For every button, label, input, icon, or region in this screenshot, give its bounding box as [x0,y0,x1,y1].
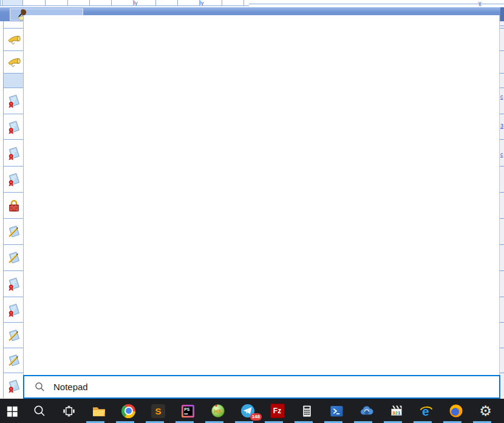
table-row-certificate[interactable] [3,166,24,192]
table-row-empty[interactable] [3,73,24,88]
background-table-icon-column [3,21,24,398]
table-border-line [500,270,504,271]
announcement-icon [7,55,21,69]
table-header-cell [111,0,133,6]
table-header-open-region: y [249,0,504,6]
taskbar-item-powershell[interactable] [322,399,352,423]
truncated-header-link[interactable]: y [478,1,482,6]
table-row-signature[interactable] [3,348,24,373]
chrome-icon [121,404,136,418]
table-row-certificate[interactable] [3,270,24,297]
table-header-cell [67,0,89,6]
table-row-certificate[interactable] [3,373,24,398]
taskbar-item-heidisql[interactable]: HS [203,399,233,423]
taskbar-item-calculator[interactable] [292,399,322,423]
table-border-line [500,322,504,323]
search-box[interactable] [23,375,500,399]
table-row-announcement[interactable] [3,28,24,50]
sublime-icon: S [151,404,166,418]
media-321-icon: 321 [389,404,404,418]
background-table-right-edge: c3c [499,21,504,398]
table-border-line [500,166,504,167]
table-border-line [500,88,504,88]
taskbar-item-media-player-321[interactable]: 321 [381,399,411,423]
table-row-certificate[interactable] [3,139,24,166]
ie-icon: e [419,404,434,418]
table-border-line [249,4,504,4]
table-border-line [500,114,504,114]
table-header-cell [243,0,249,6]
truncated-link[interactable]: c [500,94,503,100]
svg-text:321: 321 [392,410,401,416]
heidisql-icon: HS [211,404,225,418]
table-header-cell [222,0,243,6]
table-border-line [500,50,504,51]
taskbar-item-filezilla[interactable]: Fz [262,399,292,423]
table-row-empty[interactable] [3,21,24,28]
taskbar-item-chrome[interactable] [114,399,143,423]
lock-icon [7,198,21,213]
taskbar: S PS HS 148Fz [0,399,504,423]
taskbar-item-firefox[interactable] [441,399,471,423]
svg-text:e: e [422,404,429,418]
table-row-signature[interactable] [3,322,24,348]
table-border-line [500,28,504,29]
svg-text:HS: HS [214,408,222,414]
search-icon [35,382,45,392]
selected-row-end-cap [500,7,504,21]
signature-icon [7,353,21,368]
table-row-announcement[interactable] [3,50,24,73]
truncated-link[interactable]: 3 [500,123,503,129]
table-header-cell: ly [199,0,222,6]
search-results-panel [23,15,500,375]
table-row-certificate[interactable] [3,88,24,114]
truncated-link[interactable]: c [500,152,503,157]
certificate-icon [7,120,21,134]
taskbar-item-settings[interactable]: ⚙ [471,399,500,423]
taskbar-item-sublime-text[interactable]: S [143,399,173,423]
firefox-icon [449,404,463,418]
table-row-certificate[interactable] [3,114,24,139]
table-border-line [500,192,504,193]
settings-icon: ⚙ [478,404,493,418]
taskbar-item-task-view[interactable] [54,399,84,423]
announcement-icon [7,32,21,47]
taskbar-item-phpstorm[interactable]: PS [173,399,203,423]
table-row-signature[interactable] [3,244,24,270]
table-header-cell: ly [133,0,155,6]
calculator-icon [300,404,315,418]
table-header-cell [45,0,67,6]
table-border-line [500,73,504,74]
taskbar-item-start[interactable] [0,399,24,423]
taskbar-item-search[interactable] [24,399,54,423]
table-header-cell [177,0,199,6]
truncated-header-link[interactable]: ly [200,1,222,6]
cloud-icon [359,404,374,418]
table-border-line [500,297,504,297]
table-row-lock[interactable] [3,192,24,218]
filezilla-icon: Fz [270,404,285,418]
table-header-cell [2,0,22,6]
search-icon [32,404,47,418]
signature-icon [7,224,21,239]
task-view-icon [62,404,77,418]
taskbar-item-telegram[interactable]: 148 [233,399,262,423]
table-header-cell [155,0,177,6]
search-input[interactable] [52,381,499,393]
truncated-header-link[interactable]: ly [134,1,155,6]
taskbar-item-internet-explorer[interactable]: e [411,399,441,423]
svg-text:PS: PS [184,407,189,411]
table-border-line [500,26,504,26]
table-row-signature[interactable] [3,218,24,244]
taskbar-item-cloud-sync[interactable] [352,399,381,423]
certificate-icon [7,94,21,108]
notification-badge: 148 [250,413,262,421]
table-border-line [500,373,504,373]
phpstorm-icon: PS [181,404,196,418]
desktop: lylyy [0,0,504,423]
signature-icon [7,328,21,343]
table-row-certificate[interactable] [3,297,24,322]
table-border-line [500,244,504,245]
taskbar-item-file-explorer[interactable] [84,399,114,423]
windows-logo-icon [5,404,19,418]
